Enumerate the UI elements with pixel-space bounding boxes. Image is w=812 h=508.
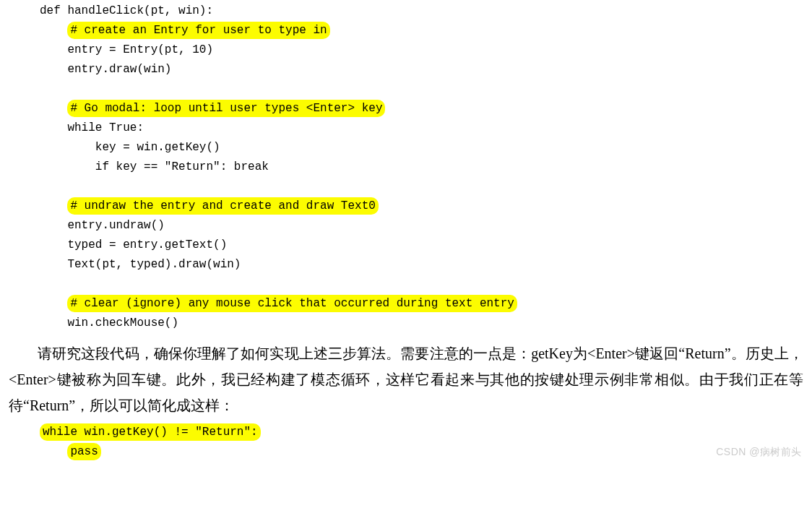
- code-comment-hl: # create an Entry for user to type in: [67, 22, 329, 39]
- code-line: if key == "Return": break: [95, 160, 269, 173]
- code-line-hl: pass: [67, 443, 100, 460]
- code-comment-hl: # Go modal: loop until user types <Enter…: [67, 100, 385, 117]
- code-line: entry = Entry(pt, 10): [67, 43, 213, 56]
- code-line: entry.undraw(): [67, 219, 164, 232]
- code-comment-hl: # undraw the entry and create and draw T…: [67, 197, 378, 215]
- code-block-2: while win.getKey() != "Return": pass: [0, 418, 812, 462]
- code-line: entry.draw(win): [67, 63, 171, 76]
- code-line: def handleClick(pt, win):: [40, 4, 213, 17]
- code-line: while True:: [67, 121, 144, 134]
- code-line: Text(pt, typed).draw(win): [67, 258, 241, 271]
- code-line: typed = entry.getText(): [67, 238, 227, 251]
- code-comment-hl: # clear (ignore) any mouse click that oc…: [67, 295, 517, 312]
- code-line: win.checkMouse(): [67, 317, 178, 330]
- code-block-1: def handleClick(pt, win): # create an En…: [0, 0, 812, 333]
- code-line: key = win.getKey(): [95, 141, 220, 154]
- paragraph-text: 请研究这段代码，确保你理解了如何实现上述三步算法。需要注意的一点是：getKey…: [9, 340, 803, 418]
- watermark-text: CSDN @病树前头: [716, 446, 802, 459]
- paragraph-block: 请研究这段代码，确保你理解了如何实现上述三步算法。需要注意的一点是：getKey…: [0, 333, 812, 418]
- code-line-hl: while win.getKey() != "Return":: [40, 423, 261, 441]
